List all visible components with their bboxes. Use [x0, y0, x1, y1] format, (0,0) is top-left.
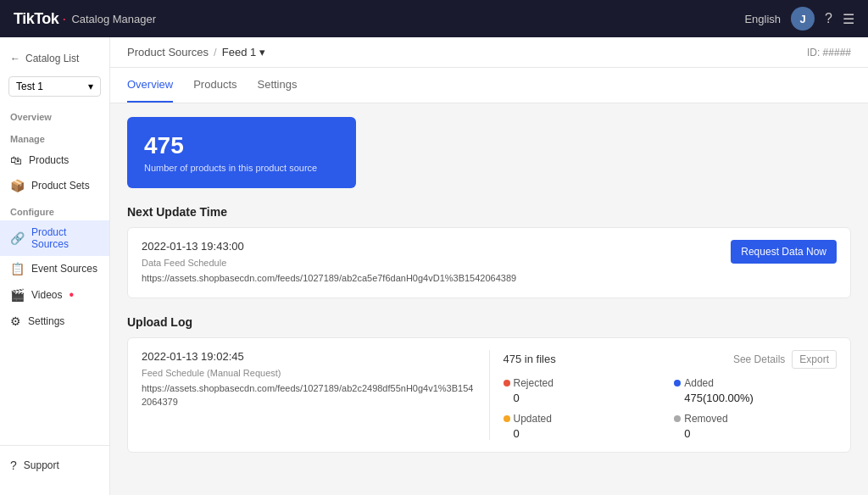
- tiktok-logo-dot: ·: [62, 10, 66, 28]
- help-icon[interactable]: ?: [825, 11, 832, 26]
- update-schedule-label: Data Feed Schedule: [142, 258, 721, 268]
- next-update-title: Next Update Time: [127, 205, 851, 219]
- breadcrumb-current: Feed 1 ▾: [222, 46, 265, 58]
- request-data-now-button[interactable]: Request Data Now: [731, 240, 837, 264]
- sidebar-item-support[interactable]: ? Support: [0, 453, 109, 478]
- update-card-left: 2022-01-13 19:43:00 Data Feed Schedule h…: [142, 240, 721, 286]
- upload-stats-grid: Rejected 0 Added 475(100.00%): [504, 377, 837, 440]
- export-button[interactable]: Export: [792, 350, 837, 369]
- catalog-list-back[interactable]: ← Catalog List: [0, 47, 109, 70]
- breadcrumb: Product Sources / Feed 1 ▾: [127, 46, 265, 58]
- tiktok-logo: TikTok ·: [14, 10, 66, 28]
- sidebar-bottom: ? Support: [0, 445, 109, 485]
- videos-icon: 🎬: [10, 288, 25, 302]
- topnav-left: TikTok · Catalog Manager: [14, 10, 156, 28]
- content-area: Product Sources / Feed 1 ▾ ID: ##### Ove…: [110, 37, 868, 495]
- catalog-selector[interactable]: Test 1 ▾: [8, 76, 101, 97]
- content-header: Product Sources / Feed 1 ▾ ID: #####: [110, 37, 868, 68]
- upload-log-card: 2022-01-13 19:02:45 Feed Schedule (Manua…: [127, 337, 851, 453]
- update-time: 2022-01-13 19:43:00: [142, 240, 721, 253]
- product-sets-icon: 📦: [10, 179, 25, 192]
- inner-content: 475 Number of products in this product s…: [110, 103, 868, 466]
- updated-dot: [504, 415, 510, 422]
- breadcrumb-parent[interactable]: Product Sources: [127, 46, 209, 58]
- sidebar-section-manage: Manage: [0, 125, 109, 147]
- upload-log-time: 2022-01-13 19:02:45: [142, 350, 476, 363]
- feed-id: ID: #####: [807, 47, 851, 58]
- settings-icon: ⚙: [10, 314, 21, 328]
- upload-log-title: Upload Log: [127, 315, 851, 329]
- tab-products[interactable]: Products: [193, 68, 236, 103]
- upload-log-schedule: Feed Schedule (Manual Request): [142, 368, 476, 378]
- see-details-button[interactable]: See Details: [733, 350, 785, 369]
- sidebar-item-videos[interactable]: 🎬 Videos •: [0, 281, 109, 309]
- stats-card: 475 Number of products in this product s…: [127, 117, 356, 188]
- upload-log-left: 2022-01-13 19:02:45 Feed Schedule (Manua…: [142, 350, 490, 440]
- sidebar-item-event-sources[interactable]: 📋 Event Sources: [0, 256, 109, 281]
- upload-log-url: https://assets.shopbasecdn.com/feeds/102…: [142, 381, 476, 409]
- next-update-card: 2022-01-13 19:43:00 Data Feed Schedule h…: [127, 227, 851, 298]
- added-dot: [674, 380, 681, 387]
- removed-dot: [674, 415, 681, 422]
- added-value: 475(100.00%): [674, 392, 837, 404]
- back-icon: ←: [10, 53, 20, 64]
- event-sources-icon: 📋: [10, 262, 25, 275]
- support-icon: ?: [10, 459, 17, 472]
- upload-actions: See Details Export: [733, 350, 837, 369]
- products-icon: 🛍: [10, 153, 22, 167]
- stat-added: Added 475(100.00%): [674, 377, 837, 404]
- sidebar-item-product-sources[interactable]: 🔗 Product Sources: [0, 220, 109, 256]
- videos-badge: •: [69, 287, 74, 303]
- stat-rejected: Rejected 0: [504, 377, 666, 404]
- tabs-bar: Overview Products Settings: [110, 68, 868, 103]
- products-count-label: Number of products in this product sourc…: [144, 163, 339, 173]
- update-feed-url: https://assets.shopbasecdn.com/feeds/102…: [142, 271, 721, 286]
- products-count: 475: [144, 132, 339, 159]
- upload-files-label: 475 in files: [504, 353, 556, 365]
- stat-removed: Removed 0: [674, 413, 837, 440]
- updated-value: 0: [504, 427, 666, 440]
- product-sources-icon: 🔗: [10, 231, 25, 245]
- sidebar-item-products[interactable]: 🛍 Products: [0, 147, 109, 173]
- breadcrumb-separator: /: [214, 46, 217, 58]
- rejected-value: 0: [504, 392, 666, 404]
- tab-settings[interactable]: Settings: [258, 68, 298, 103]
- tab-overview[interactable]: Overview: [127, 68, 173, 103]
- sidebar-section-overview: Overview: [0, 103, 109, 125]
- sidebar-item-product-sets[interactable]: 📦 Product Sets: [0, 173, 109, 198]
- menu-icon[interactable]: ☰: [843, 11, 854, 27]
- language-selector[interactable]: English: [744, 13, 781, 25]
- removed-value: 0: [674, 427, 837, 440]
- topnav-right: English J ? ☰: [744, 7, 854, 31]
- catalog-manager-label: Catalog Manager: [71, 13, 156, 25]
- chevron-down-icon: ▾: [88, 81, 93, 92]
- avatar[interactable]: J: [791, 7, 815, 31]
- sidebar-item-settings[interactable]: ⚙ Settings: [0, 309, 109, 334]
- main-layout: ← Catalog List Test 1 ▾ Overview Manage …: [0, 37, 868, 495]
- upload-stats-header: 475 in files See Details Export: [504, 350, 837, 369]
- rejected-dot: [504, 380, 510, 387]
- sidebar-section-configure: Configure: [0, 198, 109, 220]
- topnav: TikTok · Catalog Manager English J ? ☰: [0, 0, 868, 37]
- tiktok-logo-text: TikTok: [14, 10, 58, 28]
- chevron-down-icon[interactable]: ▾: [259, 46, 265, 58]
- upload-log-right: 475 in files See Details Export Rejected: [490, 350, 837, 440]
- stat-updated: Updated 0: [504, 413, 666, 440]
- sidebar: ← Catalog List Test 1 ▾ Overview Manage …: [0, 37, 110, 495]
